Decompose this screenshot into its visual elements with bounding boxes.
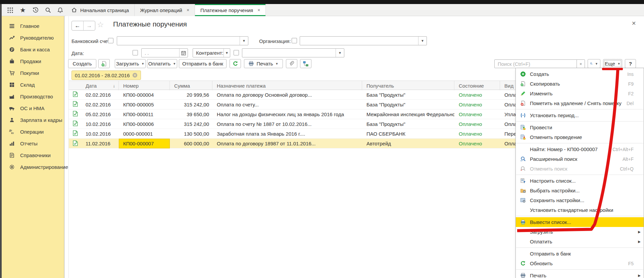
tab-label: Платежные поручения <box>200 7 253 13</box>
forward-button[interactable]: → <box>84 21 95 30</box>
search-options-button[interactable]: ▼ <box>588 59 600 68</box>
sidebar-item-label: Продажи <box>20 58 41 64</box>
menu-item-post[interactable]: Провести <box>516 123 644 132</box>
col-date[interactable]: Дата↓ <box>81 81 119 90</box>
date-checkbox[interactable] <box>133 50 138 55</box>
tab-payment-orders[interactable]: Платежные поручения × <box>195 4 266 16</box>
menu-item-load[interactable]: Загрузить ▶ <box>516 227 644 237</box>
menu-item-send-to-bank[interactable]: Отправить в банк <box>516 249 644 259</box>
sidebar-item-reports[interactable]: Отчеты <box>2 138 64 149</box>
menu-item-save-settings[interactable]: Сохранить настройки... <box>516 195 644 205</box>
attachments-button[interactable] <box>286 59 297 68</box>
print-button[interactable]: Печать▼ <box>244 59 283 68</box>
ruble-circle-icon <box>9 46 15 53</box>
sidebar-item-sales[interactable]: Продажи <box>2 55 64 67</box>
folder-gear-icon <box>520 188 526 194</box>
counterparty-selector[interactable]: Контрагент: ▼ <box>193 48 230 57</box>
col-status[interactable]: Состояние <box>454 81 500 90</box>
menu-item-find[interactable]: Найти: Номер - КП00-000007Ctrl+Alt+F <box>516 144 644 154</box>
cell-sum: 39 650,00 <box>170 111 212 117</box>
notifications-bell-icon[interactable] <box>55 5 65 15</box>
send-to-bank-button[interactable]: Отправить в банк <box>179 59 227 68</box>
menu-item-pay[interactable]: Оплатить ▶ <box>516 237 644 246</box>
back-button[interactable]: ← <box>72 21 84 30</box>
menu-separator <box>516 216 643 216</box>
menu-item-mark-deletion[interactable]: Пометить на удаление / Снять пометкуDel <box>516 98 644 108</box>
menu-item-advanced-search[interactable]: Расширенный поискAlt+F <box>516 154 644 164</box>
menu-item-unpost[interactable]: Отменить проведение <box>516 132 644 142</box>
menu-item-output-list[interactable]: Вывести список... <box>516 217 644 227</box>
search-icon[interactable] <box>43 5 53 15</box>
tab-journal[interactable]: Журнал операций × <box>135 4 195 16</box>
sidebar-item-production[interactable]: Производство <box>2 91 64 102</box>
bank-account-checkbox[interactable] <box>108 38 113 43</box>
copy-button[interactable] <box>98 59 110 68</box>
sidebar-item-manager[interactable]: Руководителю <box>2 32 64 44</box>
menu-item-refresh[interactable]: ОбновитьF5 <box>516 259 644 268</box>
cancel-search-icon <box>520 166 526 172</box>
menu-item-print[interactable]: Печать ▶ <box>516 271 644 278</box>
sidebar-item-references[interactable]: Справочники <box>2 149 64 161</box>
counterparty-checkbox[interactable] <box>234 50 239 55</box>
bank-account-label: Банковский счет: <box>71 38 111 44</box>
period-text: 01.02.2016 - 28.02.2016 <box>75 73 130 78</box>
bank-account-combo[interactable]: ▼ <box>117 36 248 45</box>
counterparty-combo[interactable]: ▼ <box>242 48 344 57</box>
pay-button[interactable]: Оплатить▼ <box>147 59 177 68</box>
col-sum[interactable]: Сумма <box>170 81 212 90</box>
period-filter-chip[interactable]: 01.02.2016 - 28.02.2016 <box>71 71 141 80</box>
menu-item-choose-settings[interactable]: Выбрать настройки... <box>516 186 644 195</box>
favorites-star-icon[interactable]: ★ <box>17 5 28 15</box>
menu-item-standard-settings[interactable]: Установить стандартные настройки <box>516 205 644 215</box>
search-group: × <box>494 59 585 68</box>
load-button[interactable]: Загрузить▼ <box>115 59 146 68</box>
tab-close-icon[interactable]: × <box>187 7 189 13</box>
calendar-icon[interactable] <box>179 49 188 57</box>
more-menu: СоздатьIns СкопироватьF9 ИзменитьF2 Поме… <box>515 68 644 278</box>
sidebar-item-main[interactable]: Главное <box>2 20 64 32</box>
col-purpose[interactable]: Назначение платежа <box>212 81 362 90</box>
menu-item-copy[interactable]: СкопироватьF9 <box>516 79 644 89</box>
chevron-down-icon[interactable]: ▼ <box>418 37 427 45</box>
cell-purpose: Налог на доходы физических лиц за январь… <box>212 111 362 117</box>
menu-item-create[interactable]: СоздатьIns <box>516 69 644 79</box>
sidebar-item-salary-hr[interactable]: Зарплата и кадры <box>2 114 64 126</box>
refresh-button[interactable] <box>230 59 241 68</box>
chip-close-icon[interactable] <box>132 73 138 78</box>
menu-item-set-period[interactable]: Установить период... <box>516 110 644 120</box>
sidebar-item-bank-cash[interactable]: Банк и касса <box>2 44 64 55</box>
tab-home[interactable]: Начальная страница <box>66 4 135 16</box>
menu-item-edit[interactable]: ИзменитьF2 <box>516 89 644 98</box>
sidebar-item-os-nma[interactable]: ОС и НМА <box>2 102 64 114</box>
organization-combo[interactable]: ▼ <box>300 36 427 45</box>
tab-close-icon[interactable]: × <box>257 7 260 13</box>
chevron-down-icon[interactable]: ▼ <box>240 37 248 45</box>
chevron-down-icon[interactable]: ▼ <box>336 49 344 57</box>
report-structure-button[interactable] <box>300 59 311 68</box>
window-tabs: Начальная страница Журнал операций × Пла… <box>66 4 266 16</box>
favorite-star-icon[interactable]: ☆ <box>97 20 104 29</box>
sidebar-item-operations[interactable]: ДтКт Операции <box>2 126 64 138</box>
col-receiver[interactable]: Получатель <box>362 81 454 90</box>
organization-checkbox[interactable] <box>292 38 297 43</box>
sidebar-item-administration[interactable]: Администрирование <box>2 161 64 173</box>
col-number[interactable]: Номер <box>119 81 170 90</box>
chevron-down-icon[interactable]: ▼ <box>224 49 230 57</box>
refresh-icon <box>233 61 238 66</box>
sidebar-item-purchases[interactable]: Покупки <box>2 67 64 79</box>
more-button[interactable]: Еще▼ <box>603 59 622 68</box>
create-button[interactable]: Создать <box>68 59 96 68</box>
help-button[interactable]: ? <box>625 59 636 68</box>
cell-date: 02.02.2016 <box>81 102 119 107</box>
sidebar-item-warehouse[interactable]: Склад <box>2 79 64 91</box>
menu-item-configure-list[interactable]: Настроить список... <box>516 176 644 186</box>
cell-status: Оплачено <box>454 102 500 107</box>
posted-doc-icon <box>73 101 78 107</box>
form-close-icon[interactable]: ✕ <box>632 20 636 27</box>
search-clear-icon[interactable]: × <box>577 59 585 68</box>
search-input[interactable] <box>494 59 577 68</box>
service-menu-icon[interactable] <box>5 5 15 15</box>
organization-label: Организация: <box>259 38 291 44</box>
history-icon[interactable] <box>30 5 41 15</box>
date-field[interactable]: . . <box>141 48 188 57</box>
